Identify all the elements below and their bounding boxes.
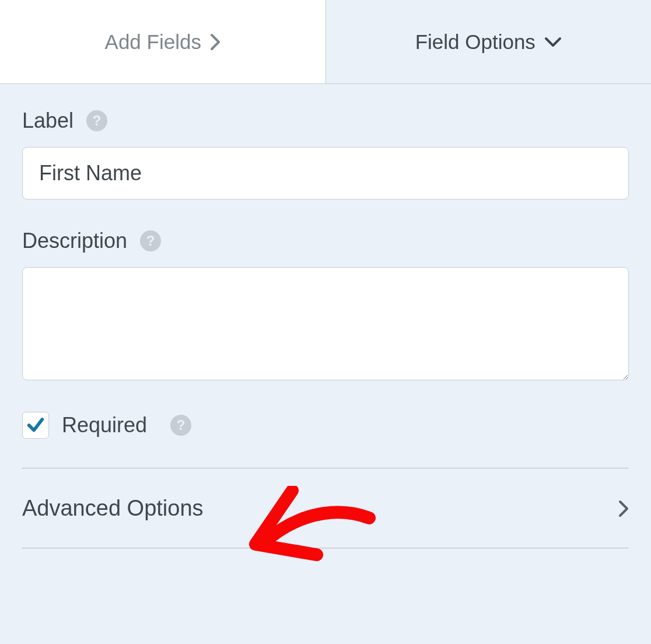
tabs-header: Add Fields Field Options [0, 0, 651, 84]
required-label: Required [62, 413, 147, 438]
required-row: Required ? [22, 412, 629, 439]
chevron-down-icon [544, 37, 562, 47]
required-checkbox[interactable] [22, 412, 49, 439]
label-field-group: Label ? [22, 108, 629, 200]
label-field-title: Label [22, 108, 74, 133]
chevron-right-icon [210, 33, 220, 51]
description-textarea[interactable] [22, 267, 629, 380]
chevron-right-icon [618, 500, 629, 517]
tab-add-fields[interactable]: Add Fields [0, 0, 326, 83]
tab-add-fields-label: Add Fields [105, 30, 201, 54]
advanced-options-title: Advanced Options [22, 496, 204, 521]
advanced-options-row[interactable]: Advanced Options [22, 469, 629, 548]
divider [22, 548, 629, 549]
label-input[interactable] [22, 147, 629, 200]
tab-field-options-label: Field Options [415, 30, 536, 54]
help-icon[interactable]: ? [86, 110, 107, 131]
tab-field-options[interactable]: Field Options [326, 0, 652, 83]
description-field-group: Description ? [22, 229, 629, 383]
help-icon[interactable]: ? [140, 230, 161, 251]
check-icon [26, 415, 46, 435]
description-field-title: Description [22, 229, 127, 253]
help-icon[interactable]: ? [170, 415, 191, 436]
field-options-panel: Label ? Description ? Required ? Advance… [0, 84, 651, 549]
